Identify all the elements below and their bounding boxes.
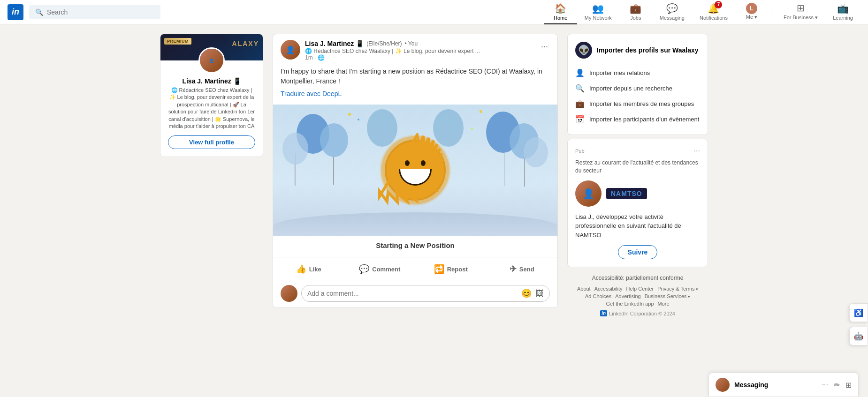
navbar: in 🔍 🏠 Home 👥 My Network 💼 Jobs 💬 Messag…	[0, 0, 868, 24]
footer-link-get-app[interactable]: Get the LinkedIn app	[606, 301, 654, 307]
svg-marker-0	[378, 135, 443, 202]
left-sidebar: PREMIUM ALAXY 👤 Lisa J. Martinez 📱 🌐 Réd…	[160, 34, 263, 320]
nav-label-for-business: For Business ▾	[784, 15, 818, 21]
chatbot-icon: 🤖	[854, 332, 863, 341]
li-logo-small: in	[600, 310, 607, 316]
post-author-title: 🌐 Rédactrice SEO chez Waalaxy | ✨ Le blo…	[305, 48, 534, 54]
comment-input[interactable]	[307, 290, 518, 297]
translate-link[interactable]: Traduire avec DeepL	[281, 90, 342, 97]
main-layout: PREMIUM ALAXY 👤 Lisa J. Martinez 📱 🌐 Réd…	[152, 24, 716, 330]
messaging-compose-button[interactable]: ✏	[834, 381, 840, 390]
logo-text: in	[12, 7, 19, 17]
accessibility-button[interactable]: ♿	[849, 303, 868, 322]
contacts-icon: 👤	[575, 68, 585, 77]
accessibility-label: Accessibilité: partiellement conforme	[569, 275, 706, 281]
nav-item-jobs[interactable]: 💼 Jobs	[619, 0, 652, 24]
search-input[interactable]	[47, 8, 154, 16]
jobs-icon: 💼	[630, 3, 641, 14]
messaging-nav-icon: 💬	[666, 3, 678, 14]
nav-item-home[interactable]: 🏠 Home	[544, 0, 577, 24]
like-button[interactable]: 👍 Like	[273, 259, 344, 279]
nav-label-me: Me ▾	[746, 14, 757, 20]
ad-body-text: Restez au courant de l'actualité et des …	[575, 159, 700, 175]
linkedin-brand: in LinkedIn Corporation © 2024	[569, 310, 706, 316]
import-item-contacts[interactable]: 👤 Importer mes relations	[575, 65, 700, 81]
nav-item-notifications[interactable]: 🔔 7 Notifications	[692, 0, 735, 24]
footer-link-privacy[interactable]: Privacy & Terms	[657, 286, 698, 292]
comment-input-wrap[interactable]: 😊 🖼	[301, 285, 550, 302]
post-comment-box: 😊 🖼	[273, 281, 557, 307]
import-item-events[interactable]: 📅 Importer les participants d'un évèneme…	[575, 112, 700, 127]
ad-company-row: 👤 NAMTSO	[575, 180, 700, 207]
image-attach-icon[interactable]: 🖼	[535, 289, 544, 299]
follow-button[interactable]: Suivre	[618, 245, 658, 259]
import-search-label: Importer depuis une recherche	[589, 85, 672, 92]
import-header: 👽 Importer des profils sur Waalaxy	[575, 42, 700, 59]
footer-link-more[interactable]: More	[658, 301, 670, 307]
import-item-groups[interactable]: 💼 Importer les membres de mes groupes	[575, 96, 700, 112]
footer-link-about[interactable]: About	[577, 286, 591, 292]
post-author-info: Lisa J. Martinez 📱 (Elle/She/Her) • You …	[305, 40, 534, 61]
messaging-icons: ··· ✏ ⊞	[822, 381, 852, 390]
premium-badge: PREMIUM	[164, 38, 191, 45]
nav-item-messaging[interactable]: 💬 Messaging	[652, 0, 692, 24]
send-icon: ✈	[510, 264, 517, 274]
post-header: 👤 Lisa J. Martinez 📱 (Elle/She/Her) • Yo…	[273, 34, 557, 67]
footer-links: About Accessibility Help Center Privacy …	[569, 286, 706, 307]
post-text: I'm happy to share that I'm starting a n…	[281, 67, 550, 86]
nav-item-learning[interactable]: 📺 Learning	[825, 0, 860, 24]
footer-link-ad-choices[interactable]: Ad Choices	[585, 293, 611, 299]
nav-item-for-business[interactable]: ⊞ For Business ▾	[776, 0, 825, 24]
footer-link-help-center[interactable]: Help Center	[626, 286, 654, 292]
notifications-icon: 🔔 7	[708, 3, 719, 14]
view-profile-button[interactable]: View full profile	[168, 135, 255, 149]
profile-card: PREMIUM ALAXY 👤 Lisa J. Martinez 📱 🌐 Réd…	[160, 34, 263, 157]
nav-label-learning: Learning	[833, 15, 853, 21]
profile-avatar-wrap: 👤	[160, 47, 263, 74]
import-item-search[interactable]: 🔍 Importer depuis une recherche	[575, 81, 700, 96]
post-time: 1m · 🌐	[305, 54, 534, 61]
chatbot-button[interactable]: 🤖	[849, 327, 868, 345]
waalaxy-icon: 👽	[578, 45, 590, 56]
footer-section: Accessibilité: partiellement conforme Ab…	[567, 271, 708, 320]
post-image	[273, 105, 557, 236]
import-events-label: Importer les participants d'un évènement	[589, 116, 699, 123]
sun-eye-left	[405, 160, 410, 166]
learning-icon: 📺	[837, 3, 849, 14]
comment-label: Comment	[372, 266, 400, 273]
nav-item-my-network[interactable]: 👥 My Network	[577, 0, 619, 24]
footer-link-advertising[interactable]: Advertising	[615, 293, 640, 299]
pub-label: Pub	[575, 148, 585, 154]
footer-link-business-services[interactable]: Business Services	[645, 293, 690, 299]
post-menu-button[interactable]: ···	[539, 40, 550, 53]
repost-button[interactable]: 🔁 Repost	[415, 259, 487, 279]
messaging-bar[interactable]: Messaging ··· ✏ ⊞	[708, 373, 859, 397]
emoji-icon[interactable]: 😊	[521, 288, 532, 299]
footer-link-accessibility[interactable]: Accessibility	[594, 286, 623, 292]
nav-item-me[interactable]: L Me ▾	[735, 0, 768, 24]
nav-divider	[772, 5, 772, 20]
profile-banner-text: ALAXY	[232, 40, 259, 47]
profile-bio: 🌐 Rédactrice SEO chez Waalaxy | ✨ Le blo…	[168, 87, 255, 130]
ad-menu-icon[interactable]: ···	[694, 147, 700, 155]
linkedin-logo[interactable]: in	[8, 4, 23, 20]
post-image-caption: Starting a New Position	[273, 236, 557, 257]
send-button[interactable]: ✈ Send	[487, 259, 558, 279]
import-title: Importer des profils sur Waalaxy	[597, 46, 699, 54]
messaging-avatar	[716, 378, 730, 392]
network-icon: 👥	[592, 3, 604, 14]
import-groups-label: Importer les membres de mes groupes	[589, 100, 694, 107]
comment-button[interactable]: 💬 Comment	[344, 259, 416, 279]
profile-info: Lisa J. Martinez 📱 🌐 Rédactrice SEO chez…	[160, 74, 263, 130]
messaging-expand-button[interactable]: ⊞	[845, 381, 852, 390]
sun-smile	[399, 169, 432, 186]
nav-label-jobs: Jobs	[630, 15, 641, 21]
search-box[interactable]: 🔍	[29, 5, 160, 19]
import-card: 👽 Importer des profils sur Waalaxy 👤 Imp…	[567, 34, 708, 135]
messaging-menu-button[interactable]: ···	[822, 381, 828, 389]
import-contacts-label: Importer mes relations	[589, 69, 650, 76]
post-author-avatar[interactable]: 👤	[281, 40, 300, 60]
search-import-icon: 🔍	[575, 84, 585, 93]
profile-avatar[interactable]: 👤	[198, 47, 225, 74]
comment-avatar	[281, 285, 297, 302]
